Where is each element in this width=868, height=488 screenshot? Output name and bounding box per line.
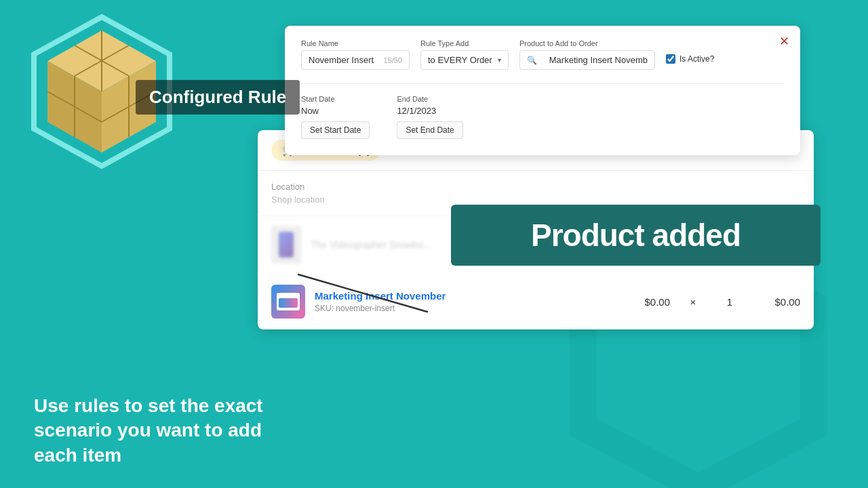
product-added-overlay: Product added xyxy=(451,205,821,266)
rule-name-label: Rule Name xyxy=(301,39,410,47)
product-label: Product to Add to Order xyxy=(519,39,655,47)
is-active-field-group: Is Active? xyxy=(666,39,714,64)
product-value: Marketing Insert Novemb xyxy=(549,55,648,65)
location-label: Location xyxy=(271,182,800,192)
product-added-text: Product added xyxy=(531,217,741,253)
end-date-value: 12/1/2023 xyxy=(397,106,462,116)
date-row: Start Date Now Set Start Date End Date 1… xyxy=(301,83,784,139)
rule-type-field-group: Rule Type Add to EVERY Order ▾ xyxy=(420,39,509,70)
product-field-group: Product to Add to Order 🔍 Marketing Inse… xyxy=(519,39,655,70)
start-date-group: Start Date Now Set Start Date xyxy=(301,95,370,139)
location-value: Shop location xyxy=(271,195,800,205)
blurred-product-image xyxy=(271,226,301,264)
rule-type-dropdown[interactable]: to EVERY Order ▾ xyxy=(420,50,509,70)
start-date-value: Now xyxy=(301,106,370,116)
rule-name-field-group: Rule Name November Insert 15/50 xyxy=(301,39,410,70)
rule-name-value: November Insert xyxy=(309,55,374,65)
start-date-label: Start Date xyxy=(301,95,370,103)
is-active-label: Is Active? xyxy=(679,54,714,64)
added-product-total: $0.00 xyxy=(753,296,800,308)
chevron-down-icon: ▾ xyxy=(498,56,501,64)
end-date-group: End Date 12/1/2023 Set End Date xyxy=(397,95,462,139)
svg-line-12 xyxy=(298,274,427,312)
configured-rule-label: Configured Rule xyxy=(136,80,300,115)
set-end-date-button[interactable]: Set End Date xyxy=(397,121,462,139)
rule-name-input[interactable]: November Insert 15/50 xyxy=(301,50,410,70)
bottom-description-text: Use rules to set the exact scenario you … xyxy=(34,394,264,468)
added-product-qty-separator: × xyxy=(679,296,707,308)
rule-config-card: ✕ Rule Name November Insert 15/50 Rule T… xyxy=(285,26,800,155)
search-icon: 🔍 xyxy=(527,56,537,65)
is-active-checkbox[interactable] xyxy=(666,54,675,64)
close-button[interactable]: ✕ xyxy=(779,34,789,49)
end-date-label: End Date xyxy=(397,95,462,103)
rule-type-value: to EVERY Order xyxy=(428,55,492,65)
rule-name-char-count: 15/50 xyxy=(383,56,402,64)
arrow-indicator xyxy=(292,268,454,322)
product-search-input[interactable]: 🔍 Marketing Insert Novemb xyxy=(519,50,655,70)
rule-type-label: Rule Type Add xyxy=(420,39,509,47)
added-product-price: $0.00 xyxy=(623,296,670,308)
set-start-date-button[interactable]: Set Start Date xyxy=(301,121,370,139)
added-product-qty: 1 xyxy=(716,296,743,308)
